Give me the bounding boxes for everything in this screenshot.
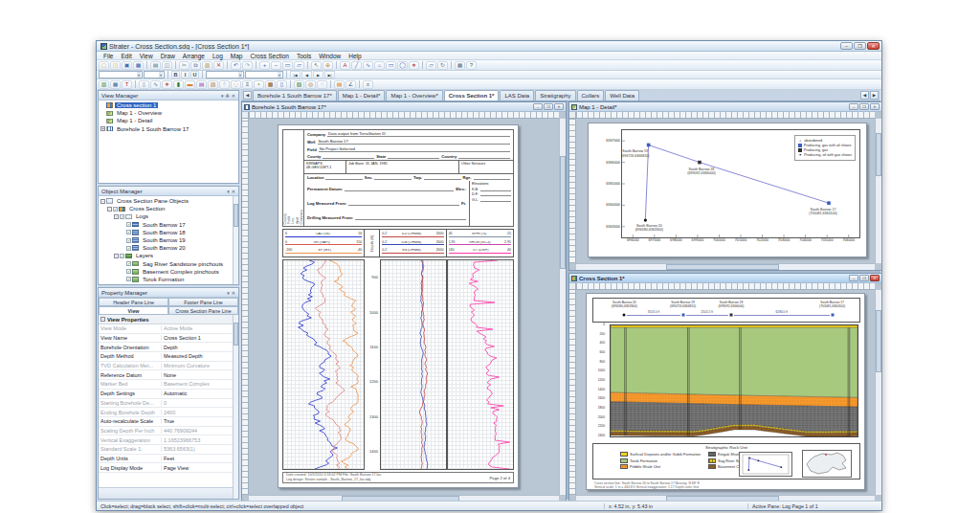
tab-scroll-right-button[interactable]: ▶: [870, 91, 879, 100]
depth-log-icon-button[interactable]: ▯: [139, 80, 149, 89]
rotate-icon-button[interactable]: ↻: [437, 61, 448, 70]
print-icon-button[interactable]: ▤: [150, 61, 161, 70]
menu-cross-section[interactable]: Cross Section: [246, 53, 292, 59]
tree-item-layers[interactable]: -✓Layers: [99, 252, 238, 259]
panel-close-icon[interactable]: ✕: [232, 290, 235, 296]
format-i-button[interactable]: I: [181, 71, 189, 78]
borehole-manager-icon-button[interactable]: ▥: [99, 80, 109, 89]
complex-text-log-icon-button[interactable]: ≡: [242, 80, 253, 89]
tree-item-south-barrow-17[interactable]: ✓South Barrow 17: [99, 221, 238, 229]
property-section-header[interactable]: - View Properties: [99, 315, 238, 324]
tab-cross-section-1[interactable]: Cross Section 1*: [444, 90, 500, 100]
menu-tools[interactable]: Tools: [293, 53, 315, 59]
record-nav-button-2[interactable]: ▶: [313, 71, 323, 78]
property-value[interactable]: Minimum Curvature: [162, 363, 238, 368]
child-minimize-button[interactable]: –: [533, 103, 543, 110]
zoom-in-icon-button[interactable]: +: [259, 61, 270, 70]
tree-item-surficial-deposits-and-or-gubik-forma[interactable]: ✓Surficial Deposits and/or Gubik Forma: [99, 283, 238, 284]
child-close-button[interactable]: ✕: [870, 103, 880, 110]
property-value[interactable]: 440.76909244: [162, 428, 238, 434]
well-construction-log-icon-button[interactable]: ▯: [277, 80, 287, 89]
property-value[interactable]: Basement Complex: [162, 381, 238, 387]
tab-scroll-left2-button[interactable]: ◀: [860, 91, 869, 100]
child-minimize-button[interactable]: –: [849, 103, 858, 110]
visibility-checkbox[interactable]: ✓: [120, 254, 124, 258]
menu-help[interactable]: Help: [345, 53, 365, 59]
save-icon-button[interactable]: ▣: [122, 61, 132, 70]
minimize-button[interactable]: –: [840, 42, 853, 50]
text-item-icon-button[interactable]: T: [122, 80, 132, 89]
property-tab-view[interactable]: View: [99, 306, 168, 315]
record-nav-button-1[interactable]: ◀: [301, 71, 312, 78]
panel-close-icon[interactable]: ✕: [232, 189, 235, 194]
visibility-checkbox[interactable]: ✓: [120, 214, 124, 219]
tadpole-log-icon-button[interactable]: ∘: [254, 80, 264, 89]
map-window-titlebar[interactable]: Map 1 - Detail* – ❐ ✕: [569, 102, 881, 112]
close-button[interactable]: ✕: [867, 42, 880, 50]
tab-scroll-left-button[interactable]: ◀: [243, 91, 252, 100]
zone-bar-log-icon-button[interactable]: ▮: [173, 80, 184, 89]
view-manager-caption[interactable]: View Manager ▾✜✕: [99, 91, 238, 100]
polygon-tool-icon-button[interactable]: ⌂: [374, 61, 385, 70]
visibility-checkbox[interactable]: ✓: [126, 261, 131, 266]
property-value[interactable]: Measured Depth: [162, 353, 238, 359]
panel-menu-icon[interactable]: ▾: [227, 290, 230, 296]
tree-item-south-barrow-18[interactable]: ✓South Barrow 18: [99, 229, 238, 236]
post-map-icon-button[interactable]: ⁖: [317, 80, 327, 89]
property-tab-header-pane-line[interactable]: Header Pane Line: [99, 298, 168, 306]
print-preview-icon-button[interactable]: ◫: [162, 61, 172, 70]
property-manager-caption[interactable]: Property Manager ▾✕: [99, 288, 238, 298]
tree-item-cross-section-1[interactable]: Cross section 1: [99, 101, 238, 109]
percentage-log-icon-button[interactable]: ▤: [196, 80, 207, 89]
expander-icon[interactable]: -: [114, 254, 119, 258]
menu-arrange[interactable]: Arrange: [179, 53, 209, 59]
property-value[interactable]: 0: [162, 400, 238, 406]
expander-icon[interactable]: -: [107, 207, 112, 212]
tree-item-south-barrow-19[interactable]: ✓South Barrow 19: [99, 236, 238, 244]
collapse-icon[interactable]: -: [100, 317, 105, 322]
menu-window[interactable]: Window: [315, 53, 345, 59]
cross-section-vscrollbar[interactable]: [875, 290, 881, 495]
visibility-checkbox[interactable]: ✓: [126, 230, 131, 234]
visibility-checkbox[interactable]: ✓: [126, 222, 131, 227]
tree-item-sag-river-sandstone-pinchouts[interactable]: ✓Sag River Sandstone pinchouts: [99, 260, 238, 268]
line-tool-icon-button[interactable]: ╱: [351, 61, 362, 70]
panel-menu-icon[interactable]: ▾: [227, 189, 230, 194]
borehole-vscrollbar[interactable]: [559, 119, 566, 495]
app-titlebar[interactable]: Strater - Cross Section.sdg - [Cross Sec…: [97, 41, 881, 52]
tab-well-data[interactable]: Well Data: [605, 90, 639, 100]
tree-item-borehole-1-south-barrow-17[interactable]: +Borehole 1 South Barrow 17: [99, 125, 238, 133]
paste-icon-button[interactable]: ▥: [202, 61, 212, 70]
format-u-button[interactable]: U: [190, 71, 199, 78]
ellipse-tool-icon-button[interactable]: ◯: [397, 61, 408, 70]
maximize-button[interactable]: ❐: [854, 42, 866, 50]
panel-menu-icon[interactable]: ▾: [221, 93, 224, 99]
options-icon-button[interactable]: ¤: [363, 80, 373, 89]
classed-post-log-icon-button[interactable]: ⁛: [231, 80, 241, 89]
property-value[interactable]: 2400: [162, 410, 238, 415]
object-manager-caption[interactable]: Object Manager ▾✕: [99, 187, 238, 196]
child-close-button[interactable]: ✕: [554, 103, 564, 110]
tree-item-logs[interactable]: -✓Logs: [99, 212, 238, 220]
crossplot-log-icon-button[interactable]: ∗: [162, 80, 172, 89]
polyline-tool-icon-button[interactable]: ∿: [363, 61, 373, 70]
grid-icon-button[interactable]: ▦: [455, 61, 465, 70]
data-table-icon-button[interactable]: ▦: [110, 80, 121, 89]
tree-item-south-barrow-20[interactable]: ✓South Barrow 20: [99, 244, 238, 252]
post-log-icon-button[interactable]: ⁘: [219, 80, 230, 89]
panel-pin-icon[interactable]: ✜: [226, 93, 230, 99]
pan-icon-button[interactable]: ⊕: [323, 61, 333, 70]
menu-view[interactable]: View: [136, 53, 157, 59]
open-icon-button[interactable]: ◳: [110, 61, 121, 70]
copy-icon-button[interactable]: ⧉: [190, 61, 201, 70]
property-value[interactable]: Depth: [162, 345, 238, 350]
tab-borehole-1-south-barrow-17[interactable]: Borehole 1 South Barrow 17*: [253, 90, 337, 100]
graphic-log-icon-button[interactable]: ▨: [208, 80, 218, 89]
visibility-checkbox[interactable]: ✓: [113, 207, 118, 212]
child-restore-button[interactable]: ❐: [859, 275, 869, 281]
tab-map-1-detail[interactable]: Map 1 - Detail*: [338, 90, 386, 100]
zoom-out-icon-button[interactable]: −: [271, 61, 281, 70]
object-manager-scrollbar[interactable]: [233, 196, 238, 284]
visibility-checkbox[interactable]: ✓: [126, 277, 131, 281]
font-combo[interactable]: ▾: [99, 71, 143, 78]
